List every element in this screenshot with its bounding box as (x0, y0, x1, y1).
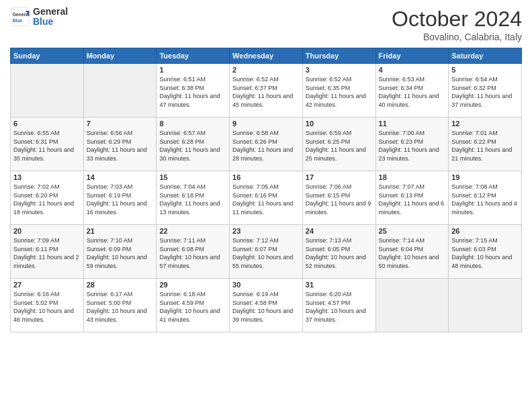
week-row-2: 6Sunrise: 6:55 AM Sunset: 6:31 PM Daylig… (11, 118, 522, 171)
day-info: Sunrise: 6:53 AM Sunset: 6:34 PM Dayligh… (379, 75, 446, 109)
col-monday: Monday (83, 48, 157, 64)
day-info: Sunrise: 6:52 AM Sunset: 6:37 PM Dayligh… (232, 75, 300, 109)
header: General Blue General Blue October 2024 B… (10, 7, 522, 42)
day-info: Sunrise: 6:55 AM Sunset: 6:31 PM Dayligh… (13, 129, 81, 163)
logo-text: General Blue (33, 7, 68, 28)
day-number: 28 (87, 281, 154, 289)
calendar-cell: 17Sunrise: 7:06 AM Sunset: 6:15 PM Dayli… (302, 171, 375, 225)
day-info: Sunrise: 7:06 AM Sunset: 6:15 PM Dayligh… (306, 183, 373, 216)
day-info: Sunrise: 6:58 AM Sunset: 6:26 PM Dayligh… (232, 129, 300, 163)
calendar-cell: 28Sunrise: 6:17 AM Sunset: 5:00 PM Dayli… (83, 279, 157, 332)
day-number: 1 (159, 66, 226, 74)
day-info: Sunrise: 7:13 AM Sunset: 6:05 PM Dayligh… (306, 236, 373, 270)
day-info: Sunrise: 6:57 AM Sunset: 6:28 PM Dayligh… (159, 129, 226, 163)
logo-blue: Blue (33, 17, 68, 27)
day-info: Sunrise: 7:00 AM Sunset: 6:23 PM Dayligh… (379, 129, 446, 163)
calendar-cell: 21Sunrise: 7:10 AM Sunset: 6:09 PM Dayli… (83, 225, 157, 279)
day-info: Sunrise: 6:51 AM Sunset: 6:38 PM Dayligh… (159, 75, 226, 109)
day-info: Sunrise: 6:17 AM Sunset: 5:00 PM Dayligh… (87, 290, 154, 324)
logo: General Blue General Blue (10, 7, 68, 28)
calendar-table: Sunday Monday Tuesday Wednesday Thursday… (10, 48, 522, 332)
day-number: 23 (232, 227, 300, 235)
calendar-cell: 12Sunrise: 7:01 AM Sunset: 6:22 PM Dayli… (449, 118, 522, 171)
day-number: 19 (451, 173, 519, 181)
calendar-cell: 31Sunrise: 6:20 AM Sunset: 4:57 PM Dayli… (302, 279, 375, 332)
day-number: 17 (306, 173, 373, 181)
day-number: 6 (13, 120, 81, 128)
week-row-3: 13Sunrise: 7:02 AM Sunset: 6:20 PM Dayli… (11, 171, 522, 225)
day-info: Sunrise: 6:16 AM Sunset: 5:02 PM Dayligh… (13, 290, 81, 324)
calendar-cell: 18Sunrise: 7:07 AM Sunset: 6:13 PM Dayli… (375, 171, 449, 225)
day-info: Sunrise: 7:02 AM Sunset: 6:20 PM Dayligh… (13, 183, 81, 216)
day-number: 12 (451, 120, 519, 128)
day-info: Sunrise: 7:04 AM Sunset: 6:18 PM Dayligh… (159, 183, 226, 216)
header-row: Sunday Monday Tuesday Wednesday Thursday… (11, 48, 522, 64)
calendar-body: 1Sunrise: 6:51 AM Sunset: 6:38 PM Daylig… (11, 64, 522, 332)
calendar-cell: 20Sunrise: 7:09 AM Sunset: 6:11 PM Dayli… (11, 225, 84, 279)
day-number: 11 (379, 120, 446, 128)
calendar-cell: 9Sunrise: 6:58 AM Sunset: 6:26 PM Daylig… (230, 118, 303, 171)
calendar-cell: 29Sunrise: 6:18 AM Sunset: 4:59 PM Dayli… (157, 279, 230, 332)
day-number: 24 (306, 227, 373, 235)
calendar-cell (449, 279, 522, 332)
day-info: Sunrise: 6:19 AM Sunset: 4:58 PM Dayligh… (232, 290, 300, 324)
svg-rect-0 (11, 8, 30, 26)
day-number: 7 (87, 120, 154, 128)
day-number: 31 (306, 281, 373, 289)
svg-text:Blue: Blue (13, 18, 23, 23)
day-number: 14 (87, 173, 154, 181)
calendar-cell (83, 64, 157, 118)
calendar-cell: 8Sunrise: 6:57 AM Sunset: 6:28 PM Daylig… (157, 118, 230, 171)
month-title: October 2024 (392, 7, 522, 32)
day-number: 5 (451, 66, 519, 74)
calendar-cell: 4Sunrise: 6:53 AM Sunset: 6:34 PM Daylig… (375, 64, 449, 118)
calendar-cell: 19Sunrise: 7:08 AM Sunset: 6:12 PM Dayli… (449, 171, 522, 225)
day-info: Sunrise: 7:05 AM Sunset: 6:16 PM Dayligh… (232, 183, 300, 216)
calendar-cell: 23Sunrise: 7:12 AM Sunset: 6:07 PM Dayli… (230, 225, 303, 279)
calendar-cell: 25Sunrise: 7:14 AM Sunset: 6:04 PM Dayli… (375, 225, 449, 279)
day-number: 10 (306, 120, 373, 128)
day-number: 3 (306, 66, 373, 74)
day-info: Sunrise: 6:56 AM Sunset: 6:29 PM Dayligh… (87, 129, 154, 163)
day-number: 8 (159, 120, 226, 128)
calendar-cell: 24Sunrise: 7:13 AM Sunset: 6:05 PM Dayli… (302, 225, 375, 279)
day-info: Sunrise: 6:52 AM Sunset: 6:35 PM Dayligh… (306, 75, 373, 109)
calendar-cell: 10Sunrise: 6:59 AM Sunset: 6:25 PM Dayli… (302, 118, 375, 171)
week-row-5: 27Sunrise: 6:16 AM Sunset: 5:02 PM Dayli… (11, 279, 522, 332)
day-info: Sunrise: 7:15 AM Sunset: 6:03 PM Dayligh… (451, 236, 519, 270)
title-block: October 2024 Bovalino, Calabria, Italy (392, 7, 522, 42)
calendar-cell: 16Sunrise: 7:05 AM Sunset: 6:16 PM Dayli… (230, 171, 303, 225)
day-info: Sunrise: 6:18 AM Sunset: 4:59 PM Dayligh… (159, 290, 226, 324)
day-number: 16 (232, 173, 300, 181)
day-number: 13 (13, 173, 81, 181)
col-tuesday: Tuesday (157, 48, 230, 64)
day-number: 29 (159, 281, 226, 289)
day-info: Sunrise: 6:20 AM Sunset: 4:57 PM Dayligh… (306, 290, 373, 324)
day-number: 22 (159, 227, 226, 235)
calendar-cell: 13Sunrise: 7:02 AM Sunset: 6:20 PM Dayli… (11, 171, 84, 225)
day-number: 25 (379, 227, 446, 235)
calendar-cell (375, 279, 449, 332)
week-row-4: 20Sunrise: 7:09 AM Sunset: 6:11 PM Dayli… (11, 225, 522, 279)
col-wednesday: Wednesday (230, 48, 303, 64)
calendar-cell: 14Sunrise: 7:03 AM Sunset: 6:19 PM Dayli… (83, 171, 157, 225)
day-number: 26 (451, 227, 519, 235)
day-number: 15 (159, 173, 226, 181)
day-info: Sunrise: 7:12 AM Sunset: 6:07 PM Dayligh… (232, 236, 300, 270)
day-info: Sunrise: 7:09 AM Sunset: 6:11 PM Dayligh… (13, 236, 81, 270)
day-info: Sunrise: 6:54 AM Sunset: 6:32 PM Dayligh… (451, 75, 519, 109)
day-info: Sunrise: 7:08 AM Sunset: 6:12 PM Dayligh… (451, 183, 519, 216)
calendar-cell: 30Sunrise: 6:19 AM Sunset: 4:58 PM Dayli… (230, 279, 303, 332)
day-info: Sunrise: 7:10 AM Sunset: 6:09 PM Dayligh… (87, 236, 154, 270)
calendar-cell: 22Sunrise: 7:11 AM Sunset: 6:08 PM Dayli… (157, 225, 230, 279)
calendar-header: Sunday Monday Tuesday Wednesday Thursday… (11, 48, 522, 64)
logo-general: General (33, 7, 68, 17)
calendar-cell: 2Sunrise: 6:52 AM Sunset: 6:37 PM Daylig… (230, 64, 303, 118)
day-info: Sunrise: 7:07 AM Sunset: 6:13 PM Dayligh… (379, 183, 446, 216)
col-thursday: Thursday (302, 48, 375, 64)
subtitle: Bovalino, Calabria, Italy (392, 32, 522, 42)
day-number: 30 (232, 281, 300, 289)
day-info: Sunrise: 7:11 AM Sunset: 6:08 PM Dayligh… (159, 236, 226, 270)
day-number: 9 (232, 120, 300, 128)
calendar-cell: 5Sunrise: 6:54 AM Sunset: 6:32 PM Daylig… (449, 64, 522, 118)
